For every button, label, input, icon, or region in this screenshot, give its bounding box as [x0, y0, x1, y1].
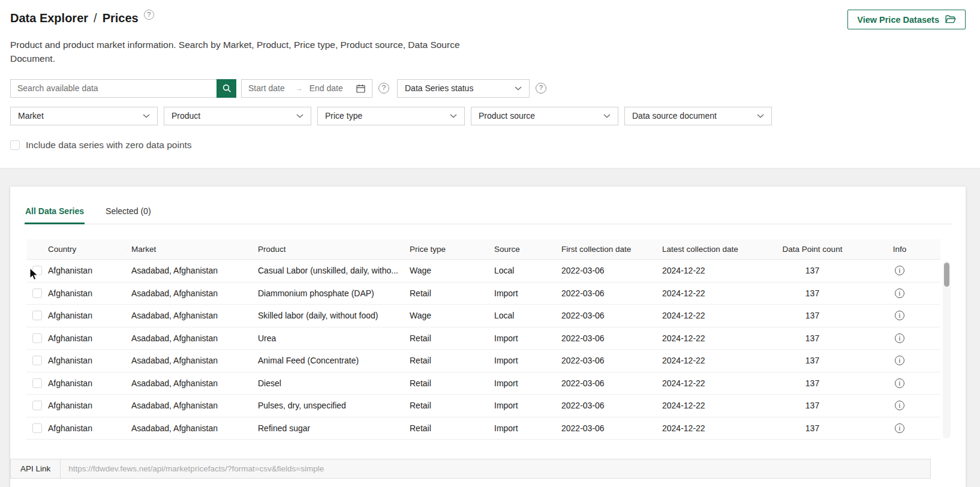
info-icon[interactable]: i: [895, 356, 904, 365]
row-checkbox[interactable]: [32, 401, 42, 410]
cell-source: Import: [489, 333, 557, 343]
tab-selected[interactable]: Selected (0): [105, 201, 151, 224]
column-header-data-point-count: Data Point count: [766, 245, 859, 254]
cell-country: Afghanistan: [48, 401, 127, 410]
api-link-label: API Link: [11, 459, 61, 478]
cell-price-type: Retail: [405, 378, 489, 388]
cell-latest-collection-date: 2024-12-22: [657, 401, 766, 410]
api-link-url-field[interactable]: [61, 459, 930, 478]
row-checkbox[interactable]: [32, 378, 42, 388]
info-icon[interactable]: i: [895, 288, 904, 298]
date-help-icon[interactable]: ?: [378, 83, 389, 94]
cell-product: Refined sugar: [253, 423, 405, 433]
end-date-field[interactable]: End date: [309, 83, 343, 93]
cell-latest-collection-date: 2024-12-22: [657, 333, 766, 343]
info-icon[interactable]: i: [895, 401, 904, 410]
cell-source: Local: [489, 311, 557, 320]
cell-price-type: Retail: [405, 401, 489, 410]
cell-first-collection-date: 2022-03-06: [557, 401, 657, 410]
tab-all-data-series[interactable]: All Data Series: [25, 201, 85, 224]
breadcrumb: Data Explorer / Prices ?: [10, 10, 154, 25]
cell-first-collection-date: 2022-03-06: [557, 356, 657, 365]
chevron-down-icon: [603, 114, 611, 118]
info-icon[interactable]: i: [895, 423, 904, 433]
search-input[interactable]: [11, 80, 217, 97]
view-price-datasets-button[interactable]: View Price Datasets: [847, 10, 966, 29]
zero-data-checkbox[interactable]: [10, 140, 20, 150]
calendar-icon[interactable]: [356, 84, 365, 93]
data-series-status-select[interactable]: Data Series status: [397, 79, 530, 98]
cell-latest-collection-date: 2024-12-22: [657, 423, 766, 433]
filter-row-primary: Start date → End date ? Data Series stat…: [10, 79, 966, 98]
column-header-first-collection-date: First collection date: [557, 245, 657, 254]
view-price-datasets-label: View Price Datasets: [857, 15, 939, 25]
column-header-info: Info: [859, 245, 940, 254]
cell-price-type: Wage: [405, 311, 489, 320]
cell-product: Casual Labor (unskilled, daily, witho...: [253, 266, 405, 275]
data-source-document-select-label: Data source document: [632, 111, 717, 121]
cell-first-collection-date: 2022-03-06: [557, 333, 657, 343]
price-type-select[interactable]: Price type: [317, 107, 465, 125]
data-source-document-select[interactable]: Data source document: [624, 107, 772, 125]
cell-source: Import: [489, 356, 557, 365]
market-select[interactable]: Market: [10, 107, 158, 125]
row-checkbox[interactable]: [32, 266, 42, 275]
cell-product: Diammonium phosphate (DAP): [253, 288, 405, 298]
breadcrumb-data-explorer[interactable]: Data Explorer: [10, 11, 88, 25]
status-help-icon[interactable]: ?: [536, 83, 546, 94]
chevron-down-icon: [515, 86, 522, 91]
page-help-icon[interactable]: ?: [144, 10, 154, 20]
cell-country: Afghanistan: [48, 356, 127, 365]
table-scrollbar-thumb[interactable]: [944, 263, 949, 287]
row-checkbox[interactable]: [32, 423, 42, 433]
product-select[interactable]: Product: [164, 107, 311, 125]
tab-bar: All Data Series Selected (0): [25, 187, 951, 224]
row-checkbox[interactable]: [32, 311, 42, 320]
row-checkbox[interactable]: [32, 356, 42, 365]
cell-market: Asadabad, Afghanistan: [127, 401, 253, 410]
column-header-price-type: Price type: [405, 245, 489, 254]
cell-market: Asadabad, Afghanistan: [127, 266, 253, 275]
cell-price-type: Retail: [405, 423, 489, 433]
info-icon[interactable]: i: [895, 311, 904, 320]
cell-first-collection-date: 2022-03-06: [557, 266, 657, 275]
cell-data-point-count: 137: [766, 356, 859, 365]
info-icon[interactable]: i: [895, 266, 904, 275]
column-header-market: Market: [127, 245, 253, 254]
info-icon[interactable]: i: [895, 378, 904, 388]
product-source-select[interactable]: Product source: [471, 107, 618, 125]
price-type-select-label: Price type: [325, 111, 362, 121]
data-series-card: All Data Series Selected (0) Country Mar…: [10, 187, 966, 487]
cell-latest-collection-date: 2024-12-22: [657, 266, 766, 275]
start-date-field[interactable]: Start date: [248, 83, 285, 93]
chevron-down-icon: [296, 114, 303, 118]
info-icon[interactable]: i: [895, 333, 904, 343]
table-row: Afghanistan Asadabad, Afghanistan Animal…: [26, 350, 940, 372]
cell-product: Animal Feed (Concentrate): [253, 356, 405, 365]
table-body: Afghanistan Asadabad, Afghanistan Casual…: [26, 260, 940, 440]
cell-market: Asadabad, Afghanistan: [127, 333, 253, 343]
filter-row-secondary: Market Product Price type Product source…: [10, 107, 966, 125]
breadcrumb-prices: Prices: [103, 11, 139, 25]
cell-price-type: Retail: [405, 288, 489, 298]
table-header-row: Country Market Product Price type Source…: [26, 239, 940, 260]
cell-source: Local: [489, 266, 557, 275]
cell-country: Afghanistan: [48, 266, 127, 275]
date-range-arrow-icon: →: [295, 84, 303, 93]
search-button[interactable]: [217, 79, 236, 98]
cell-source: Import: [489, 401, 557, 410]
cell-source: Import: [489, 288, 557, 298]
cell-price-type: Wage: [405, 266, 489, 275]
data-series-table: Country Market Product Price type Source…: [26, 239, 940, 440]
column-header-country: Country: [48, 245, 127, 254]
column-header-source: Source: [489, 245, 557, 254]
table-row: Afghanistan Asadabad, Afghanistan Casual…: [26, 260, 940, 282]
cell-latest-collection-date: 2024-12-22: [657, 311, 766, 320]
row-checkbox[interactable]: [32, 288, 42, 298]
date-range-picker[interactable]: Start date → End date: [241, 79, 372, 98]
zero-data-checkbox-label: Include data series with zero data point…: [26, 140, 192, 151]
row-checkbox[interactable]: [32, 333, 42, 343]
cell-data-point-count: 137: [766, 266, 859, 275]
data-series-status-label: Data Series status: [405, 83, 473, 93]
cell-country: Afghanistan: [48, 311, 127, 320]
